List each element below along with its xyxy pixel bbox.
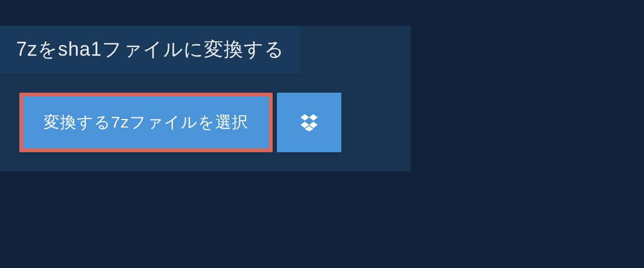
converter-panel: 7zをsha1ファイルに変換する 変換する7zファイルを選択	[0, 26, 411, 172]
select-file-label: 変換する7zファイルを選択	[43, 111, 248, 133]
select-file-button[interactable]: 変換する7zファイルを選択	[19, 93, 273, 152]
dropbox-icon	[298, 112, 320, 133]
page-title: 7zをsha1ファイルに変換する	[16, 38, 284, 60]
button-row: 変換する7zファイルを選択	[0, 73, 411, 172]
dropbox-button[interactable]	[277, 93, 341, 152]
title-bar: 7zをsha1ファイルに変換する	[0, 26, 301, 73]
